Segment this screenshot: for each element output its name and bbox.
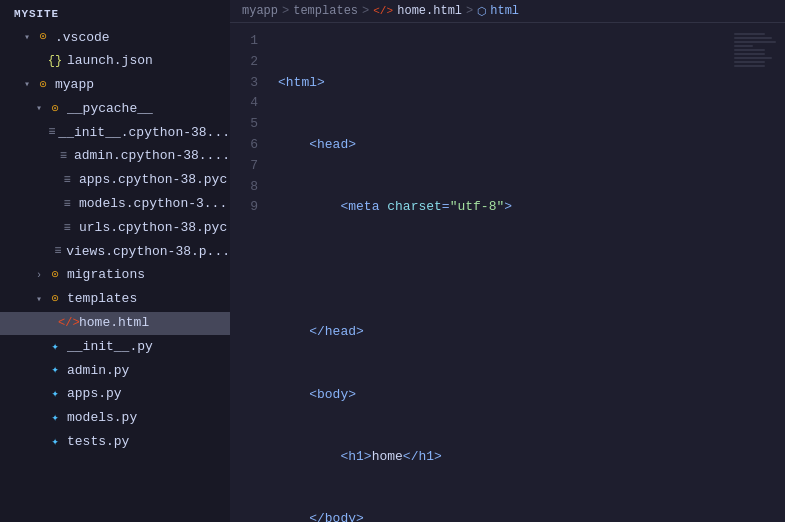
code-line-6: <body> [278, 385, 730, 406]
sidebar-item-init-cpython[interactable]: ≡ __init__.cpython-38... [0, 121, 230, 145]
breadcrumb: myapp > templates > </> home.html > ⬡ ht… [230, 0, 785, 23]
sidebar-title: MYSITE [0, 0, 230, 26]
mini-line-7 [734, 57, 772, 59]
breadcrumb-html-icon: </> [373, 5, 391, 17]
sidebar-label-pycache: __pycache__ [67, 99, 153, 120]
sidebar-item-launch-json[interactable]: {} launch.json [0, 50, 230, 74]
sidebar-label-apps-cpython: apps.cpython-38.pyc [79, 170, 227, 191]
code-line-3: <meta charset="utf-8"> [278, 197, 730, 218]
chevron-vscode [20, 30, 34, 46]
breadcrumb-templates: templates [293, 4, 358, 18]
chevron-myapp [20, 77, 34, 93]
mini-line-5 [734, 49, 765, 51]
sidebar-item-apps-py[interactable]: ✦ apps.py [0, 383, 230, 407]
sidebar-item-views-cpython[interactable]: ≡ views.cpython-38.p... [0, 240, 230, 264]
sidebar-label-tests-py: tests.py [67, 432, 129, 453]
mini-line-4 [734, 45, 753, 47]
py-icon-2: ✦ [46, 361, 64, 380]
sidebar-item-pycache[interactable]: ⊙ __pycache__ [0, 97, 230, 121]
pyc-icon-2: ≡ [56, 147, 71, 166]
folder-icon-pycache: ⊙ [46, 100, 64, 119]
breadcrumb-tag-icon: ⬡ [477, 5, 487, 18]
sidebar-item-models-cpython[interactable]: ≡ models.cpython-3... [0, 193, 230, 217]
mini-line-6 [734, 53, 765, 55]
sidebar-item-admin-cpython[interactable]: ≡ admin.cpython-38.... [0, 145, 230, 169]
sidebar-label-models-py: models.py [67, 408, 137, 429]
code-line-8: </body> [278, 509, 730, 522]
code-editor[interactable]: <html> <head> <meta charset="utf-8"> </h… [270, 23, 730, 522]
mini-line-9 [734, 65, 765, 67]
mini-line-8 [734, 61, 765, 63]
line-num-5: 5 [236, 114, 258, 135]
line-num-6: 6 [236, 135, 258, 156]
line-num-4: 4 [236, 93, 258, 114]
minimap [730, 23, 785, 522]
line-num-7: 7 [236, 156, 258, 177]
sidebar-label-admin-py: admin.py [67, 361, 129, 382]
line-num-2: 2 [236, 52, 258, 73]
pyc-icon-4: ≡ [58, 195, 76, 214]
sidebar-item-vscode[interactable]: ⊙ .vscode [0, 26, 230, 50]
editor-panel: myapp > templates > </> home.html > ⬡ ht… [230, 0, 785, 522]
sidebar-label-urls-cpython: urls.cpython-38.pyc [79, 218, 227, 239]
line-num-9: 9 [236, 197, 258, 218]
sidebar-label-views-cpython: views.cpython-38.p... [66, 242, 230, 263]
mini-line-2 [734, 37, 772, 39]
line-numbers: 1 2 3 4 5 6 7 8 9 [230, 23, 270, 522]
sidebar-item-models-py[interactable]: ✦ models.py [0, 407, 230, 431]
mini-line-1 [734, 33, 765, 35]
breadcrumb-sep-2: > [362, 4, 369, 18]
mini-line-3 [734, 41, 776, 43]
sidebar-label-init-py: __init__.py [67, 337, 153, 358]
chevron-migrations [32, 268, 46, 284]
code-line-4 [278, 260, 730, 281]
py-icon-4: ✦ [46, 409, 64, 428]
sidebar-label-vscode: .vscode [55, 28, 110, 49]
sidebar-label-myapp: myapp [55, 75, 94, 96]
breadcrumb-sep-3: > [466, 4, 473, 18]
sidebar: MYSITE ⊙ .vscode {} launch.json ⊙ myapp … [0, 0, 230, 522]
chevron-pycache [32, 101, 46, 117]
folder-icon: ⊙ [34, 28, 52, 47]
json-icon: {} [46, 52, 64, 71]
sidebar-item-urls-cpython[interactable]: ≡ urls.cpython-38.pyc [0, 216, 230, 240]
sidebar-label-templates: templates [67, 289, 137, 310]
pyc-icon-5: ≡ [58, 219, 76, 238]
sidebar-item-home-html[interactable]: </> home.html [0, 312, 230, 336]
py-icon-5: ✦ [46, 433, 64, 452]
sidebar-label-init-cpython: __init__.cpython-38... [58, 123, 230, 144]
py-icon-3: ✦ [46, 385, 64, 404]
sidebar-label-home-html: home.html [79, 313, 149, 334]
code-line-7: <h1>home</h1> [278, 447, 730, 468]
pyc-icon-3: ≡ [58, 171, 76, 190]
code-line-5: </head> [278, 322, 730, 343]
html-icon: </> [58, 314, 76, 333]
sidebar-label-admin-cpython: admin.cpython-38.... [74, 146, 230, 167]
sidebar-item-tests-py[interactable]: ✦ tests.py [0, 431, 230, 455]
folder-icon-myapp: ⊙ [34, 76, 52, 95]
breadcrumb-home-html: home.html [397, 4, 462, 18]
sidebar-item-templates[interactable]: ⊙ templates [0, 288, 230, 312]
code-line-2: <head> [278, 135, 730, 156]
code-line-1: <html> [278, 73, 730, 94]
sidebar-item-migrations[interactable]: ⊙ migrations [0, 264, 230, 288]
sidebar-item-admin-py[interactable]: ✦ admin.py [0, 359, 230, 383]
chevron-templates [32, 292, 46, 308]
py-icon-1: ✦ [46, 338, 64, 357]
pyc-icon-6: ≡ [52, 242, 63, 261]
breadcrumb-sep-1: > [282, 4, 289, 18]
code-area[interactable]: 1 2 3 4 5 6 7 8 9 <html> <head> <meta ch… [230, 23, 785, 522]
folder-icon-templates: ⊙ [46, 290, 64, 309]
sidebar-item-init-py[interactable]: ✦ __init__.py [0, 335, 230, 359]
breadcrumb-myapp: myapp [242, 4, 278, 18]
sidebar-label-apps-py: apps.py [67, 384, 122, 405]
sidebar-label-models-cpython: models.cpython-3... [79, 194, 227, 215]
line-num-3: 3 [236, 73, 258, 94]
sidebar-item-myapp[interactable]: ⊙ myapp [0, 74, 230, 98]
folder-icon-migrations: ⊙ [46, 266, 64, 285]
sidebar-label-launch-json: launch.json [67, 51, 153, 72]
sidebar-item-apps-cpython[interactable]: ≡ apps.cpython-38.pyc [0, 169, 230, 193]
pyc-icon-1: ≡ [48, 123, 55, 142]
sidebar-label-migrations: migrations [67, 265, 145, 286]
breadcrumb-html-tag: html [490, 4, 519, 18]
